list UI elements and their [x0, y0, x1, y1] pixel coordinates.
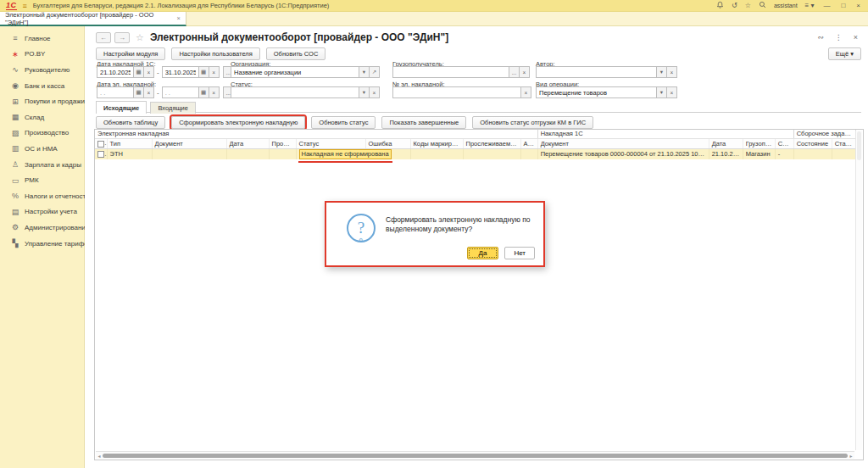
status-input[interactable] — [231, 86, 359, 98]
col-date-1c[interactable]: Дата — [709, 138, 743, 148]
sidebar-item-po-by[interactable]: ∗PO.BY — [0, 47, 84, 63]
notifications-bell-icon[interactable] — [716, 1, 724, 11]
sidebar-item-rmk[interactable]: ▭РМК — [0, 172, 84, 188]
horizontal-scrollbar-thumb[interactable] — [103, 454, 848, 458]
clear-icon[interactable]: × — [209, 86, 220, 98]
no-button[interactable]: Нет — [504, 247, 535, 259]
select-all-checkbox[interactable] — [97, 141, 104, 148]
col-error[interactable]: Ошибка — [365, 138, 410, 148]
favorite-star-icon[interactable]: ☆ — [136, 32, 144, 43]
col-consignee[interactable]: Грузополуч... — [743, 138, 775, 148]
refresh-km-status-button[interactable]: Обновить статус отгрузки КМ в ГИС — [472, 116, 593, 129]
col-state[interactable]: Состояние — [793, 138, 832, 148]
vertical-scrollbar-thumb[interactable] — [857, 131, 861, 160]
assistant-label[interactable]: assistant — [774, 3, 798, 8]
col-document-1c[interactable]: Документ — [537, 138, 709, 148]
cash-register-icon: ▭ — [11, 176, 19, 185]
col-acts[interactable]: Акты — [520, 138, 537, 148]
date-el-to-input[interactable] — [162, 86, 199, 98]
open-windows-tabbar: Электронный документооборот [провайдер -… — [0, 12, 868, 26]
row-checkbox[interactable] — [97, 151, 104, 158]
operation-input[interactable] — [536, 86, 657, 98]
sidebar-item-fixed-assets[interactable]: ▥ОС и НМА — [0, 141, 84, 157]
search-icon[interactable] — [759, 1, 766, 10]
service-menu-icon[interactable]: ≡ ▾ — [805, 3, 815, 9]
tab-edo[interactable]: Электронный документооборот [провайдер -… — [0, 12, 186, 26]
sidebar-item-taxes[interactable]: %Налоги и отчетность — [0, 188, 84, 204]
generate-invoice-button[interactable]: Сформировать электронную накладную — [171, 116, 305, 129]
organization-input[interactable] — [231, 66, 359, 78]
show-completed-button[interactable]: Показать завершенные — [381, 116, 466, 129]
documents-table: Электронная накладная Накладная 1С Сборо… — [95, 130, 856, 159]
vertical-scrollbar[interactable] — [855, 131, 862, 450]
open-icon[interactable]: ↗ — [369, 66, 380, 78]
forward-button[interactable]: → — [114, 32, 130, 43]
scroll-right-icon[interactable]: ▸ — [849, 453, 854, 459]
select-all-cell[interactable] — [95, 138, 107, 148]
consignee-input[interactable] — [392, 66, 509, 78]
sidebar-item-accounting-settings[interactable]: ▤Настройки учета — [0, 204, 84, 220]
sidebar-item-production[interactable]: ▨Производство — [0, 125, 84, 142]
col-document[interactable]: Документ — [152, 138, 226, 148]
refresh-soc-button[interactable]: Обновить СОС — [266, 47, 326, 60]
col-date[interactable]: Дата — [226, 138, 269, 148]
author-input[interactable] — [536, 66, 657, 78]
more-menu-icon[interactable]: ⋮ — [835, 33, 843, 42]
clear-icon[interactable]: × — [520, 86, 531, 98]
tab-incoming[interactable]: Входящие — [150, 102, 196, 114]
maximize-button[interactable]: □ — [839, 2, 847, 9]
refresh-table-button[interactable]: Обновить таблицу — [96, 116, 165, 129]
clear-icon[interactable]: × — [666, 86, 677, 98]
date-1c-from-input[interactable] — [97, 66, 134, 78]
sidebar-item-for-manager[interactable]: ∿Руководителю — [0, 62, 84, 78]
sidebar-item-warehouse[interactable]: ▦Склад — [0, 109, 84, 125]
history-icon[interactable]: ↺ — [732, 3, 737, 9]
sidebar-item-bank-cash[interactable]: ◉Банк и касса — [0, 78, 84, 94]
sidebar-item-salary-hr[interactable]: ♙Зарплата и кадры — [0, 157, 84, 173]
col-marking-codes[interactable]: Коды маркировки — [410, 138, 463, 148]
back-button[interactable]: ← — [96, 32, 111, 43]
col-posted[interactable]: Проведен — [269, 138, 296, 148]
date-el-from-input[interactable] — [97, 86, 134, 98]
user-settings-button[interactable]: Настройки пользователя — [171, 47, 259, 60]
sidebar-item-purchases-sales[interactable]: ⊞Покупки и продажи — [0, 93, 84, 109]
confirm-dialog: ? ⚙ Сформировать электронную накладную п… — [325, 201, 545, 267]
clear-icon[interactable]: × — [209, 66, 220, 78]
main-menu-icon[interactable]: ≡ — [23, 2, 27, 10]
table-toolbar: Обновить таблицу Сформировать электронну… — [96, 116, 593, 129]
clear-icon[interactable]: × — [143, 66, 154, 78]
scroll-left-icon[interactable]: ◂ — [97, 453, 102, 459]
more-button[interactable]: Ещё ▾ — [828, 47, 861, 60]
col-type[interactable]: Тип — [107, 138, 152, 148]
link-icon[interactable]: ∾ — [817, 33, 824, 42]
sidebar-item-administration[interactable]: ⚙Администрирование — [0, 220, 84, 236]
col-sum[interactable]: Сумма — [775, 138, 793, 148]
module-settings-button[interactable]: Настройки модуля — [96, 47, 165, 60]
table-row[interactable]: ЭТН Накладная не сформирована Перемещени… — [95, 148, 856, 159]
number-input[interactable] — [392, 86, 521, 98]
clear-icon[interactable]: × — [666, 66, 677, 78]
tab-outgoing[interactable]: Исходящие — [96, 101, 147, 114]
sections-sidebar: ≡Главное ∗PO.BY ∿Руководителю ◉Банк и ка… — [0, 26, 85, 468]
yes-button[interactable]: Да — [467, 247, 499, 259]
favorites-icon[interactable]: ☆ — [745, 3, 751, 9]
close-form-icon[interactable]: × — [854, 33, 858, 42]
close-window-button[interactable]: × — [854, 2, 862, 9]
col-status[interactable]: Статус — [296, 138, 365, 148]
cell-sum: - — [775, 148, 793, 159]
refresh-status-button[interactable]: Обновить статус — [311, 116, 376, 129]
date-1c-to-input[interactable] — [162, 66, 199, 78]
clear-icon[interactable]: × — [143, 86, 154, 98]
form-nav-row: ← → ☆ Электронный документооборот [прова… — [96, 31, 448, 43]
clear-icon[interactable]: × — [519, 66, 530, 78]
horizontal-scrollbar[interactable]: ◂ ▸ — [96, 451, 854, 459]
col-stat[interactable]: Стат... — [832, 138, 855, 148]
dialog-message: Сформировать электронную накладную по вы… — [386, 215, 537, 235]
minimize-button[interactable]: — — [821, 2, 832, 9]
sidebar-item-tariff[interactable]: ▚Управление тарифом — [0, 236, 84, 252]
tab-close-icon[interactable]: × — [177, 14, 181, 22]
row-checkbox-cell[interactable] — [95, 148, 107, 159]
col-traceable-goods[interactable]: Прослеживаемый товар — [463, 138, 520, 148]
clear-icon[interactable]: × — [369, 86, 380, 98]
sidebar-item-main[interactable]: ≡Главное — [0, 31, 84, 47]
